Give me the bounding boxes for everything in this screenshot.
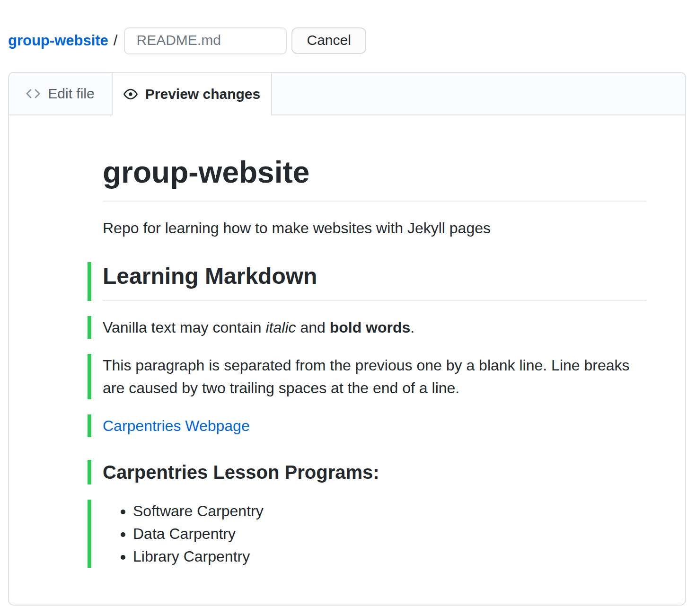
preview-content-area: group-website Repo for learning how to m… <box>9 115 685 611</box>
added-block-section-heading: Learning Markdown <box>88 262 647 301</box>
tab-bar-filler <box>272 73 685 115</box>
repo-breadcrumb-link[interactable]: group-website <box>8 32 108 49</box>
tab-bar: Edit file Preview changes <box>9 73 685 115</box>
eye-icon <box>123 87 138 101</box>
programs-list: Software Carpentry Data Carpentry Librar… <box>103 500 647 568</box>
carpentries-webpage-link[interactable]: Carpentries Webpage <box>103 417 250 434</box>
blank-line-paragraph: This paragraph is separated from the pre… <box>103 354 647 399</box>
added-block-link: Carpentries Webpage <box>88 414 647 437</box>
added-block-vanilla: Vanilla text may contain italic and bold… <box>88 316 647 339</box>
filename-input[interactable] <box>124 27 287 54</box>
tab-edit-file-label: Edit file <box>48 86 94 102</box>
added-block-programs-list: Software Carpentry Data Carpentry Librar… <box>88 500 647 568</box>
learning-markdown-heading: Learning Markdown <box>103 262 647 301</box>
file-editor-panel: Edit file Preview changes group-website … <box>8 72 686 606</box>
breadcrumb-separator: / <box>114 32 118 49</box>
tab-preview-changes[interactable]: Preview changes <box>113 73 272 115</box>
list-item: Data Carpentry <box>133 522 647 545</box>
vanilla-mid-text: and <box>296 319 329 336</box>
cancel-button[interactable]: Cancel <box>291 27 366 54</box>
list-item: Software Carpentry <box>133 500 647 522</box>
tab-preview-changes-label: Preview changes <box>145 86 260 102</box>
file-header-bar: group-website / Cancel <box>8 26 366 55</box>
vanilla-bold-text: bold words <box>330 319 411 336</box>
link-paragraph: Carpentries Webpage <box>103 414 647 437</box>
lesson-programs-heading: Carpentries Lesson Programs: <box>103 460 647 484</box>
intro-paragraph: Repo for learning how to make websites w… <box>103 217 647 239</box>
vanilla-lead-text: Vanilla text may contain <box>103 319 265 336</box>
vanilla-end-text: . <box>410 319 414 336</box>
tab-edit-file[interactable]: Edit file <box>9 73 113 115</box>
readme-title-heading: group-website <box>103 153 647 202</box>
added-block-programs-heading: Carpentries Lesson Programs: <box>88 460 647 484</box>
added-block-paragraph-two: This paragraph is separated from the pre… <box>88 354 647 399</box>
code-icon <box>26 87 40 101</box>
vanilla-paragraph: Vanilla text may contain italic and bold… <box>103 316 647 339</box>
vanilla-italic-text: italic <box>265 319 296 336</box>
markdown-preview: group-website Repo for learning how to m… <box>103 153 647 568</box>
list-item: Library Carpentry <box>133 545 647 568</box>
